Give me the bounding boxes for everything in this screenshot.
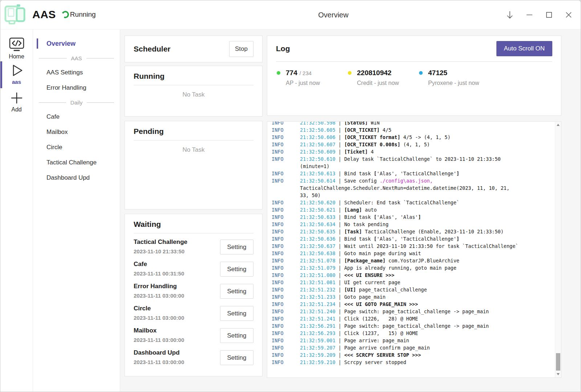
- active-item-indicator: [37, 38, 38, 49]
- sidebar-section-aas: AAS: [33, 51, 120, 65]
- log-line: INFO21:32:50.634 | No task pending: [272, 221, 553, 228]
- credit-label: Credit - just now: [357, 80, 419, 86]
- waiting-task-row: Error Handling2023-11-11 03:00:00Setting: [134, 283, 253, 300]
- close-button[interactable]: [559, 4, 578, 26]
- sidebar-item-tactical-challenge[interactable]: Tactical Challenge: [33, 155, 120, 170]
- sidebar-item-mailbox[interactable]: Mailbox: [33, 124, 120, 140]
- sidebar-item-aas-settings[interactable]: AAS Settings: [33, 65, 120, 80]
- stat-ap: 774 / 234 AP - just now: [277, 69, 348, 86]
- pyroxene-dot-icon: [419, 71, 423, 75]
- stat-credit: 220810942 Credit - just now: [348, 69, 419, 86]
- rail-item-add[interactable]: Add: [0, 90, 33, 113]
- running-spinner-icon: [61, 10, 70, 19]
- maximize-button[interactable]: [539, 4, 559, 26]
- waiting-task-list: Tactical Challenge2023-11-10 21:33:50Set…: [125, 233, 262, 366]
- sidebar-item-label: Dashboard Upd: [46, 174, 90, 181]
- log-header-card: Log Auto Scroll ON 774 / 234 AP - just n…: [267, 36, 561, 116]
- log-line: INFO21:32:50.614 | Save config ./config\…: [272, 177, 553, 199]
- log-line: INFO21:32:59.209 | <<< SCRCPY SERVER STO…: [272, 351, 553, 359]
- log-line: INFO21:32:56.293 | Click (1237, 15) @ HO…: [272, 330, 553, 337]
- log-line: INFO21:32:50.636 | Bind task ['Alas', 'T…: [272, 235, 553, 242]
- download-arrow-icon: [506, 11, 514, 19]
- sidebar-item-label: Cafe: [46, 113, 60, 121]
- app-name: AAS: [32, 8, 56, 21]
- icon-rail: Home aas Add: [0, 29, 33, 392]
- sidebar-item-label: AAS Settings: [46, 69, 83, 76]
- nav-sidebar: Overview AAS AAS Settings Error Handling…: [33, 29, 120, 392]
- rail-item-label: Add: [11, 106, 21, 113]
- log-scrollbar[interactable]: [555, 122, 561, 377]
- sidebar-item-label: Mailbox: [46, 128, 68, 136]
- credit-dot-icon: [348, 71, 352, 75]
- rail-item-aas[interactable]: aas: [0, 63, 33, 85]
- log-line: INFO21:32:50.609 | [Ticket] 4: [272, 148, 553, 155]
- waiting-task-setting-button[interactable]: Setting: [220, 328, 253, 343]
- play-icon: [9, 63, 25, 78]
- titlebar: AAS Running Overview: [0, 0, 581, 29]
- log-line: INFO21:32:51.078 | [Package_name] com.Yo…: [272, 257, 553, 264]
- download-button[interactable]: [500, 4, 520, 26]
- sidebar-item-error-handling[interactable]: Error Handling: [33, 80, 120, 95]
- scrollbar-thumb[interactable]: [556, 353, 560, 371]
- app-status: Running: [70, 11, 96, 19]
- running-title: Running: [134, 72, 164, 80]
- sidebar-item-circle[interactable]: Circle: [33, 140, 120, 155]
- waiting-task-row: Circle2023-11-11 03:00:00Setting: [134, 305, 253, 322]
- log-line: INFO21:32:51.233 | Goto page_main: [272, 293, 553, 301]
- credit-value: 220810942: [357, 69, 391, 77]
- log-line: INFO21:32:50.638 | Goto main page during…: [272, 250, 553, 257]
- log-line: INFO21:32:51.234 | <<< UI GOTO PAGE_MAIN…: [272, 301, 553, 308]
- log-lines: INFO21:32:50.598 | [Status] WININFO21:32…: [272, 122, 553, 366]
- rail-item-label: aas: [12, 79, 21, 85]
- minimize-button[interactable]: [520, 4, 539, 26]
- waiting-task-setting-button[interactable]: Setting: [220, 284, 253, 299]
- sidebar-item-label: Circle: [46, 144, 62, 151]
- log-line: INFO21:32:56.291 | Page switch: page_tac…: [272, 322, 553, 330]
- log-line: INFO21:32:51.079 | App is already runnin…: [272, 264, 553, 271]
- rail-item-home[interactable]: Home: [0, 37, 33, 60]
- ap-value: 774: [286, 69, 297, 77]
- divider-line: [86, 58, 114, 58]
- waiting-task-row: Tactical Challenge2023-11-10 21:33:50Set…: [134, 238, 253, 256]
- scrollbar-down-arrow-icon[interactable]: [557, 373, 560, 375]
- pending-title: Pending: [134, 127, 164, 135]
- scheduler-title: Scheduler: [134, 45, 171, 53]
- log-line: INFO21:32:50.607 | [OCR_TICKET 0.008s] (…: [272, 141, 553, 148]
- waiting-task-row: Mailbox2023-11-11 03:00:00Setting: [134, 327, 253, 344]
- scrollbar-up-arrow-icon[interactable]: [557, 124, 560, 126]
- log-scroll-area[interactable]: INFO21:32:50.598 | [Status] WININFO21:32…: [267, 122, 555, 377]
- section-title: AAS: [71, 55, 82, 61]
- app-window: AAS Running Overview: [0, 0, 581, 392]
- pending-card: Pending No Task: [125, 121, 263, 209]
- window-controls: [500, 0, 578, 29]
- divider-line: [87, 102, 114, 103]
- sidebar-item-cafe[interactable]: Cafe: [33, 109, 120, 124]
- maximize-icon: [545, 11, 553, 19]
- ap-max: / 234: [300, 70, 312, 76]
- log-line: INFO21:32:59.207 | Page arrive confirm p…: [272, 344, 553, 351]
- stop-button[interactable]: Stop: [229, 41, 253, 57]
- waiting-task-setting-button[interactable]: Setting: [220, 306, 253, 321]
- divider-line: [39, 58, 67, 58]
- ap-dot-icon: [277, 71, 280, 75]
- stat-pyroxene: 47125 Pyroxene - just now: [419, 69, 490, 86]
- pending-empty-text: No Task: [125, 140, 262, 154]
- sidebar-section-daily: Daily: [33, 95, 120, 109]
- pyroxene-value: 47125: [428, 69, 447, 77]
- waiting-task-setting-button[interactable]: Setting: [220, 262, 253, 277]
- log-line: INFO21:32:50.598 | [Status] WIN: [272, 122, 553, 126]
- sidebar-item-label: Overview: [46, 40, 76, 48]
- waiting-title: Waiting: [134, 220, 161, 228]
- main-content: Scheduler Stop Running No Task Pending N…: [120, 29, 581, 392]
- waiting-task-setting-button[interactable]: Setting: [220, 240, 253, 254]
- waiting-task-setting-button[interactable]: Setting: [220, 350, 253, 365]
- ap-label: AP - just now: [286, 80, 348, 86]
- sidebar-item-dashboard-upd[interactable]: Dashboard Upd: [33, 170, 120, 185]
- log-line: INFO21:32:59.001 | Page arrive: page_mai…: [272, 337, 553, 344]
- section-title: Daily: [70, 99, 82, 106]
- brand: AAS Running: [4, 3, 96, 26]
- auto-scroll-button[interactable]: Auto Scroll ON: [496, 41, 552, 56]
- minimize-icon: [526, 11, 533, 19]
- sidebar-item-overview[interactable]: Overview: [33, 36, 120, 51]
- app-logo-icon: [4, 4, 27, 25]
